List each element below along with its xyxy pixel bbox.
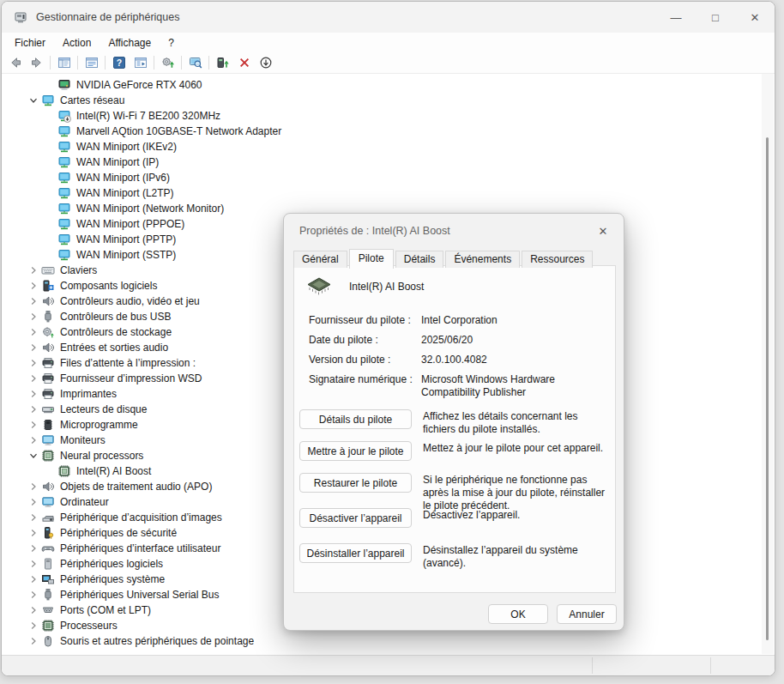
- toolbar-button-update-device[interactable]: [212, 53, 233, 72]
- chevron-spacer: [42, 233, 57, 246]
- computer-icon: [41, 495, 55, 509]
- window-list-icon: [134, 56, 148, 70]
- chevron-right-icon[interactable]: [26, 279, 41, 293]
- chevron-right-icon[interactable]: [26, 372, 41, 385]
- toolbar-button-help[interactable]: ?: [108, 53, 130, 72]
- maximize-button[interactable]: □: [696, 2, 735, 33]
- title-bar: Gestionnaire de périphériques —□✕: [2, 2, 775, 33]
- chevron-spacer: [42, 109, 57, 123]
- chevron-right-icon[interactable]: [26, 572, 41, 586]
- usb-controller-icon: [41, 310, 55, 324]
- field-value: 32.0.100.4082: [421, 354, 607, 366]
- chevron-down-icon[interactable]: [26, 94, 41, 107]
- close-button[interactable]: ✕: [735, 2, 775, 33]
- tab-ressources[interactable]: Ressources: [522, 251, 593, 268]
- chevron-right-icon[interactable]: [26, 634, 41, 648]
- tab-evenements[interactable]: Événements: [445, 251, 520, 268]
- toolbar-button-uninstall-device[interactable]: [233, 53, 255, 72]
- chevron-right-icon[interactable]: [26, 418, 41, 432]
- toolbar-button-update-driver[interactable]: [157, 53, 178, 72]
- tree-item-label: Microprogramme: [60, 418, 138, 432]
- toolbar-button-forward[interactable]: [26, 53, 47, 72]
- chevron-right-icon[interactable]: [26, 433, 41, 447]
- field-label: Signataire numérique :: [309, 373, 421, 399]
- field-label: Version du pilote :: [309, 354, 421, 366]
- chevron-spacer: [42, 171, 57, 185]
- network-adapter-icon: [57, 233, 71, 246]
- tree-item[interactable]: WAN Miniport (IPv6): [2, 170, 762, 185]
- toolbar-button-back[interactable]: [4, 53, 26, 72]
- tree-item[interactable]: Marvell AQtion 10GBASE-T Network Adapter: [2, 124, 762, 139]
- network-adapter-icon: [57, 248, 71, 262]
- tab-general[interactable]: Général: [293, 251, 347, 268]
- chevron-right-icon[interactable]: [26, 588, 41, 602]
- tree-item[interactable]: Cartes réseau: [2, 93, 762, 108]
- chevron-spacer: [42, 78, 57, 92]
- tree-item[interactable]: Souris et autres périphériques de pointa…: [2, 633, 762, 649]
- tree-item[interactable]: WAN Miniport (L2TP): [2, 185, 762, 201]
- restaurer-le-pilote-button[interactable]: Restaurer le pilote: [299, 473, 412, 493]
- tab-pilote[interactable]: Pilote: [349, 249, 394, 269]
- tree-item[interactable]: WAN Miniport (IKEv2): [2, 139, 762, 154]
- chevron-right-icon[interactable]: [26, 495, 41, 509]
- tree-item[interactable]: Intel(R) Wi-Fi 7 BE200 320MHz: [2, 108, 762, 124]
- minimize-button[interactable]: —: [656, 2, 696, 33]
- chevron-right-icon[interactable]: [26, 387, 41, 401]
- menu-item-fichier[interactable]: Fichier: [6, 34, 54, 51]
- chevron-spacer: [42, 140, 57, 154]
- menu-item-action[interactable]: Action: [54, 34, 100, 51]
- tree-item-label: Contrôleurs audio, vidéo et jeu: [60, 294, 200, 308]
- keyboard-icon: [41, 263, 55, 277]
- tree-item-label: Lecteurs de disque: [60, 403, 147, 416]
- chevron-right-icon[interactable]: [26, 480, 41, 493]
- tree-item[interactable]: NVIDIA GeForce RTX 4060: [2, 77, 762, 93]
- tab-details[interactable]: Détails: [395, 251, 444, 268]
- driver-action-description: Désinstallez l’appareil du système (avan…: [423, 544, 610, 570]
- toolbar-button-disable-device[interactable]: [255, 53, 276, 72]
- ok-button[interactable]: OK: [488, 604, 548, 624]
- tree-item[interactable]: WAN Miniport (IP): [2, 154, 762, 170]
- chevron-right-icon[interactable]: [26, 557, 41, 571]
- print-queue-icon: [41, 356, 55, 370]
- chevron-spacer: [42, 217, 57, 231]
- dialog-close-icon[interactable]: ✕: [591, 219, 615, 243]
- menu-item-affichage[interactable]: Affichage: [100, 34, 160, 51]
- network-adapter-icon: [57, 171, 71, 185]
- chevron-right-icon[interactable]: [26, 294, 41, 308]
- toolbar-button-window-list[interactable]: [130, 53, 151, 72]
- cancel-button[interactable]: Annuler: [557, 604, 617, 624]
- chevron-right-icon[interactable]: [26, 325, 41, 339]
- chevron-right-icon[interactable]: [26, 526, 41, 540]
- chevron-right-icon[interactable]: [26, 603, 41, 617]
- toolbar-button-properties[interactable]: [81, 53, 102, 72]
- device-manager-app-icon: [14, 10, 27, 24]
- chevron-right-icon[interactable]: [26, 403, 41, 416]
- tree-scrollbar[interactable]: [762, 74, 774, 654]
- chevron-right-icon[interactable]: [26, 310, 41, 324]
- update-driver-icon: [161, 56, 175, 70]
- toolbar-button-console-tree[interactable]: [53, 53, 75, 72]
- mettre-a-jour-le-pilote-button[interactable]: Mettre à jour le pilote: [299, 441, 412, 461]
- driver-field-row: Signataire numérique :Microsoft Windows …: [309, 373, 607, 399]
- desinstaller-l-appareil-button[interactable]: Désinstaller l’appareil: [299, 543, 412, 563]
- dialog-tabs: GénéralPiloteDétailsÉvénementsRessources: [293, 249, 594, 268]
- chevron-spacer: [42, 155, 57, 169]
- chevron-right-icon[interactable]: [26, 263, 41, 277]
- tree-scrollbar-thumb[interactable]: [766, 137, 769, 640]
- tree-item-label: WAN Miniport (PPPOE): [76, 217, 184, 231]
- chevron-right-icon[interactable]: [26, 356, 41, 370]
- chevron-right-icon[interactable]: [26, 511, 41, 524]
- menu-item-help[interactable]: ?: [160, 34, 183, 51]
- field-value: Microsoft Windows Hardware Compatibility…: [421, 373, 607, 399]
- desactiver-l-appareil-button[interactable]: Désactiver l’appareil: [299, 508, 412, 528]
- chevron-down-icon[interactable]: [26, 449, 41, 463]
- details-du-pilote-button[interactable]: Détails du pilote: [299, 409, 412, 429]
- toolbar-button-scan-hardware[interactable]: [184, 53, 206, 72]
- toolbar-separator: [77, 56, 78, 70]
- chevron-right-icon[interactable]: [26, 542, 41, 555]
- chevron-right-icon[interactable]: [26, 619, 41, 633]
- chevron-right-icon[interactable]: [26, 341, 41, 354]
- serial-port-icon: [41, 603, 55, 617]
- tree-item-label: Contrôleurs de stockage: [60, 325, 172, 339]
- help-icon: ?: [112, 56, 126, 70]
